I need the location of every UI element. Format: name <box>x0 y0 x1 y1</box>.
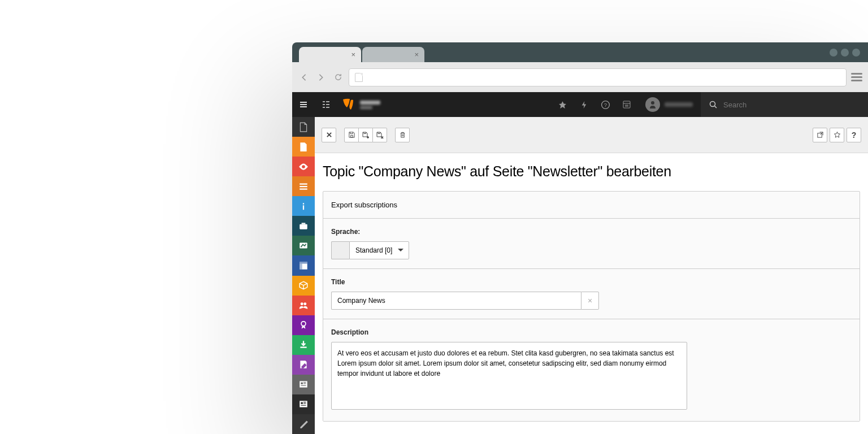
delete-button[interactable] <box>395 128 410 142</box>
svg-text:?: ? <box>604 102 606 108</box>
browser-tab[interactable]: × <box>362 47 424 62</box>
svg-point-19 <box>303 302 306 305</box>
window-control-dot[interactable] <box>852 49 860 57</box>
title-input[interactable] <box>331 292 581 310</box>
language-label: Sprache: <box>331 228 852 236</box>
svg-point-7 <box>710 102 715 107</box>
save-new-button[interactable] <box>358 128 373 142</box>
save-close-button[interactable] <box>372 128 387 142</box>
module-item-pen[interactable] <box>292 414 315 434</box>
avatar-icon <box>645 97 660 112</box>
svg-rect-13 <box>302 223 306 224</box>
logo-text <box>360 101 380 109</box>
form-panel: Export subscriptions Sprache: Standard [… <box>323 191 860 422</box>
module-item-file[interactable] <box>292 117 315 137</box>
global-search[interactable] <box>701 92 868 117</box>
language-select[interactable]: Standard [0] <box>349 241 409 259</box>
reports-icon[interactable] <box>616 92 637 117</box>
module-item-users[interactable] <box>292 296 315 315</box>
svg-rect-27 <box>301 402 303 404</box>
bookmark-button[interactable] <box>830 128 844 142</box>
module-item-template[interactable] <box>292 255 315 275</box>
forward-button[interactable] <box>315 71 327 84</box>
window-controls <box>830 49 860 57</box>
flash-icon[interactable] <box>573 92 594 117</box>
language-flag-box <box>331 241 349 259</box>
help-button[interactable]: ? <box>847 128 861 142</box>
module-item-workspace[interactable] <box>292 216 315 236</box>
main-panel: ? Topic "Company News" auf Seite "Newsle… <box>315 117 868 434</box>
close-button[interactable] <box>322 128 336 142</box>
window-control-dot[interactable] <box>841 49 849 57</box>
browser-window: × × <box>292 42 868 434</box>
browser-tab[interactable]: × <box>299 47 361 62</box>
search-icon <box>709 100 718 109</box>
module-item-news1[interactable] <box>292 375 315 394</box>
search-input[interactable] <box>723 101 860 109</box>
clear-title-button[interactable]: × <box>581 292 599 310</box>
svg-point-9 <box>302 165 305 168</box>
description-label: Description <box>331 328 852 336</box>
module-item-info[interactable] <box>292 196 315 216</box>
module-item-presentation[interactable] <box>292 236 315 255</box>
user-name <box>665 102 693 107</box>
module-sidebar <box>292 117 315 434</box>
help-icon[interactable]: ? <box>594 92 616 117</box>
app-top-bar: ? <box>292 92 868 117</box>
svg-point-18 <box>301 302 303 305</box>
module-item-award[interactable] <box>292 315 315 335</box>
page-title: Topic "Company News" auf Seite "Newslett… <box>315 163 868 191</box>
module-item-package[interactable] <box>292 276 315 296</box>
url-input[interactable] <box>349 68 847 86</box>
open-new-window-button[interactable] <box>813 128 827 142</box>
svg-rect-10 <box>303 203 304 204</box>
svg-point-20 <box>301 322 306 326</box>
save-button[interactable] <box>344 128 359 142</box>
module-item-news2[interactable] <box>292 394 315 414</box>
svg-line-8 <box>715 106 717 108</box>
module-item-list[interactable] <box>292 176 315 196</box>
content-area: ? Topic "Company News" auf Seite "Newsle… <box>292 117 868 434</box>
browser-menu-button[interactable] <box>851 73 862 81</box>
tree-toggle-icon[interactable] <box>315 92 337 117</box>
tab-close-icon[interactable]: × <box>351 50 355 59</box>
module-item-edit[interactable] <box>292 355 315 375</box>
svg-rect-12 <box>300 224 307 229</box>
title-field-block: Title × <box>323 269 860 319</box>
svg-rect-2 <box>623 101 630 108</box>
title-label: Title <box>331 278 852 286</box>
page-icon <box>355 73 363 82</box>
description-textarea[interactable]: At vero eos et accusam et justo duo dolo… <box>331 342 687 410</box>
tab-close-icon[interactable]: × <box>414 50 419 59</box>
bookmark-icon[interactable] <box>552 92 573 117</box>
window-control-dot[interactable] <box>830 49 837 57</box>
module-item-download[interactable] <box>292 335 315 355</box>
logo-icon <box>341 97 355 112</box>
svg-point-6 <box>651 101 654 105</box>
module-item-page[interactable] <box>292 137 315 157</box>
svg-rect-16 <box>300 262 307 263</box>
language-field-block: Sprache: Standard [0] <box>323 219 860 269</box>
app-logo <box>341 97 380 112</box>
back-button[interactable] <box>298 71 310 84</box>
user-menu[interactable] <box>637 92 701 117</box>
svg-rect-11 <box>303 205 304 210</box>
module-item-view[interactable] <box>292 157 315 176</box>
svg-rect-17 <box>300 264 302 270</box>
browser-address-bar <box>292 62 868 92</box>
svg-rect-22 <box>301 383 303 384</box>
description-field-block: Description At vero eos et accusam et ju… <box>323 319 860 421</box>
tab-export-subscriptions[interactable]: Export subscriptions <box>323 192 860 219</box>
page-body: Topic "Company News" auf Seite "Newslett… <box>315 153 868 434</box>
record-toolbar: ? <box>315 117 868 153</box>
browser-tabbar: × × <box>292 42 868 62</box>
app-menu-icon[interactable] <box>292 92 315 117</box>
save-button-group <box>344 128 387 142</box>
reload-button[interactable] <box>332 71 344 84</box>
